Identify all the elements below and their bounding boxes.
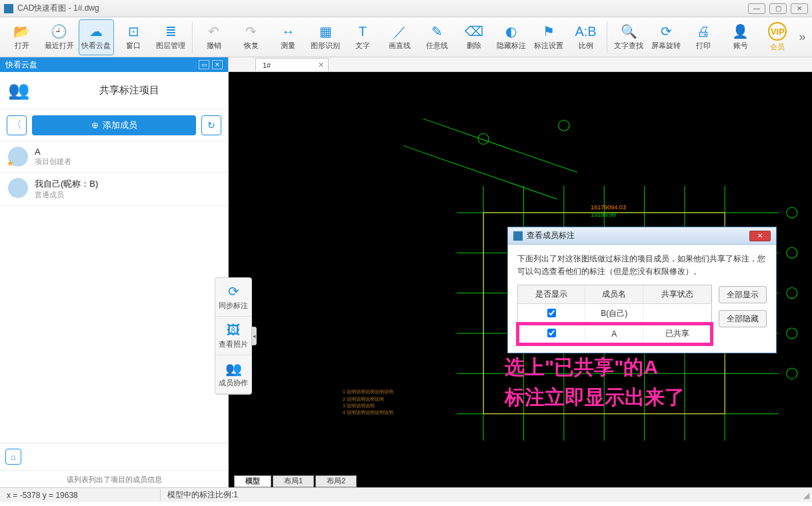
tool-open[interactable]: 📂打开	[4, 19, 40, 55]
file-tab-bar: 1# ✕	[229, 57, 812, 72]
toolbar-overflow[interactable]: »	[797, 30, 808, 44]
close-tab-icon[interactable]: ✕	[318, 61, 324, 69]
side-tool-成员协作[interactable]: 👥成员协作	[215, 355, 251, 394]
minimize-button[interactable]: —	[748, 3, 765, 14]
layout-tab-bar: 模型布局1布局2	[229, 473, 812, 487]
table-row[interactable]: A已共享	[518, 324, 711, 344]
window-icon: ⊡	[125, 23, 141, 39]
window-title: CAD快速看图 - 1#.dwg	[17, 3, 99, 14]
tool-label: 图层管理	[156, 41, 185, 51]
tool-window[interactable]: ⊡窗口	[115, 19, 151, 55]
side-tool-icon: ⟳	[228, 283, 239, 299]
svg-text:1 说明说明说明说明说明: 1 说明说明说明说明说明	[343, 389, 393, 394]
tool-text[interactable]: T文字	[345, 19, 381, 55]
cloud-icon: ☁	[88, 23, 104, 39]
collapse-handle[interactable]: ◂	[251, 327, 257, 345]
file-tab-label: 1#	[263, 61, 271, 69]
tool-account[interactable]: 👤账号	[723, 19, 759, 55]
delete-icon: ⌫	[466, 23, 482, 39]
back-button[interactable]: 〈	[7, 115, 27, 135]
layout-tab[interactable]: 布局2	[315, 475, 357, 487]
tool-label: 撤销	[207, 41, 221, 51]
sidebar-pin-button[interactable]: ▭	[199, 60, 209, 69]
tool-label: 任意线	[426, 41, 448, 51]
file-tab[interactable]: 1# ✕	[255, 58, 329, 71]
plus-icon: ⊕	[91, 120, 99, 130]
resize-grip[interactable]: ◢	[800, 491, 812, 500]
svg-point-19	[559, 120, 569, 131]
show-checkbox[interactable]	[547, 329, 556, 337]
tool-undo[interactable]: ↶撤销	[196, 19, 232, 55]
tool-rotate[interactable]: ⟳屏幕旋转	[648, 19, 684, 55]
share-status-cell: 已共享	[643, 324, 711, 344]
member-list: A项目创建者我自己(昵称：B)普通成员	[0, 141, 228, 443]
add-member-button[interactable]: ⊕ 添加成员	[32, 115, 196, 135]
member-item[interactable]: 我自己(昵称：B)普通成员	[0, 173, 228, 206]
tool-cloud[interactable]: ☁快看云盘	[79, 19, 115, 55]
tool-recent[interactable]: 🕘最近打开	[41, 19, 77, 55]
member-name-cell: A	[585, 324, 643, 344]
tool-label: 最近打开	[45, 41, 74, 51]
show-all-button[interactable]: 全部显示	[719, 286, 767, 303]
table-row[interactable]: B(自己)	[518, 304, 711, 324]
member-item[interactable]: A项目创建者	[0, 141, 228, 173]
layout-tab[interactable]: 布局1	[273, 475, 314, 487]
sidebar-title: 共享标注项目	[39, 84, 220, 97]
scale-icon: A:B	[578, 23, 594, 39]
close-button[interactable]: ✕	[791, 3, 808, 14]
svg-text:16179094.03: 16179094.03	[591, 204, 626, 211]
tool-scale[interactable]: A:B比例	[568, 19, 604, 55]
refresh-button[interactable]: ↻	[201, 115, 221, 135]
tool-print[interactable]: 🖨打印	[685, 19, 721, 55]
tool-anyline[interactable]: ✎任意线	[419, 19, 455, 55]
tool-hidemark[interactable]: ◐隐藏标注	[493, 19, 529, 55]
app-icon	[4, 4, 13, 13]
viewport-side-toolbar: ⟳同步标注🖼查看照片👥成员协作◂	[215, 277, 252, 395]
tool-recognize[interactable]: ▦图形识别	[307, 19, 343, 55]
print-icon: 🖨	[695, 23, 711, 39]
layout-tab[interactable]: 模型	[234, 475, 271, 487]
svg-text:3 说明说明说明: 3 说明说明说明	[343, 403, 375, 408]
canvas-area: 1# ✕	[229, 57, 812, 487]
tool-label: 图形识别	[311, 41, 340, 51]
app-icon	[513, 231, 523, 241]
tool-redo[interactable]: ↷恢复	[233, 19, 269, 55]
hide-all-button[interactable]: 全部隐藏	[719, 310, 767, 327]
side-tool-同步标注[interactable]: ⟳同步标注	[215, 278, 251, 317]
avatar	[8, 178, 28, 198]
cloud-sidebar: 快看云盘 ▭ ✕ 👥 共享标注项目 〈 ⊕ 添加成员 ↻ A项目创建者我自己(昵…	[0, 57, 229, 487]
side-tool-icon: 🖼	[227, 323, 240, 338]
maximize-button[interactable]: ▢	[769, 3, 787, 14]
home-button[interactable]: ⌂	[5, 449, 21, 465]
sidebar-close-button[interactable]: ✕	[212, 60, 223, 69]
vip-icon: VIP	[768, 22, 787, 41]
annotation-line: 选上"已共享"的A	[505, 352, 685, 382]
tool-marksettings[interactable]: ⚑标注设置	[531, 19, 567, 55]
tool-textsearch[interactable]: 🔍文字查找	[611, 19, 647, 55]
svg-point-13	[787, 207, 797, 218]
side-tool-icon: 👥	[225, 361, 242, 377]
drawing-viewport[interactable]: 16179094.03 19199.99 1 说明说明说明说明说明 2 说明说明…	[229, 72, 812, 487]
sidebar-footer: 该列表列出了项目的成员信息	[0, 470, 228, 487]
tool-label: 恢复	[244, 41, 259, 51]
tool-label: 标注设置	[534, 41, 563, 51]
tool-measure[interactable]: ↔测量	[270, 19, 306, 55]
svg-point-15	[787, 288, 797, 299]
svg-line-20	[423, 119, 577, 172]
tool-line[interactable]: ／画直线	[382, 19, 418, 55]
tool-layers[interactable]: ≣图层管理	[153, 19, 189, 55]
rotate-icon: ⟳	[658, 23, 674, 39]
dialog-close-button[interactable]: ✕	[749, 231, 771, 241]
tool-label: 快看云盘	[81, 41, 111, 51]
tool-delete[interactable]: ⌫删除	[456, 19, 492, 55]
dialog-description: 下面列出了对这张图纸做过标注的项目成员，如果他们共享了标注，您可以勾选查看他们的…	[517, 253, 767, 278]
svg-point-17	[787, 368, 797, 379]
show-checkbox[interactable]	[547, 309, 556, 317]
svg-point-18	[478, 133, 489, 144]
side-tool-查看照片[interactable]: 🖼查看照片	[215, 317, 251, 355]
coordinate-readout: x = -5378 y = 19638	[0, 491, 160, 500]
tool-vip[interactable]: VIP会员	[759, 19, 795, 55]
layers-icon: ≣	[163, 23, 179, 39]
marksettings-icon: ⚑	[541, 23, 557, 39]
dialog-titlebar[interactable]: 查看成员标注 ✕	[508, 227, 776, 245]
